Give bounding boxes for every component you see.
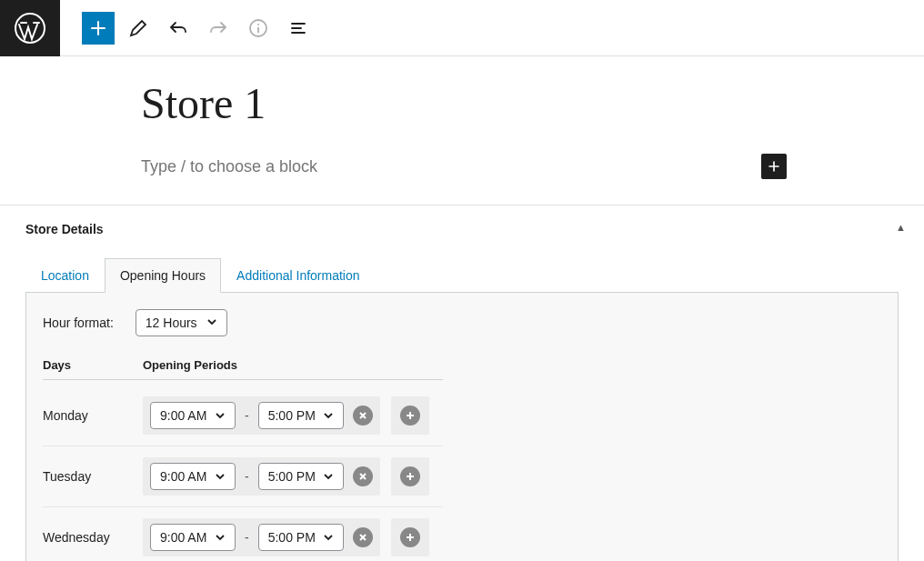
opening-hours-panel: Hour format: 12 Hours Days Opening Perio… (25, 293, 899, 561)
close-icon (357, 471, 368, 482)
chevron-down-icon (215, 471, 226, 482)
close-time-value: 5:00 PM (268, 408, 316, 423)
section-title: Store Details (25, 222, 899, 236)
period-group: 9:00 AM - 5:00 PM (143, 396, 380, 435)
collapse-toggle[interactable]: ▲ (896, 222, 906, 233)
svg-point-2 (257, 24, 259, 25)
day-row-wednesday: Wednesday 9:00 AM - 5:00 PM (43, 507, 443, 561)
period-group: 9:00 AM - 5:00 PM (143, 518, 380, 556)
remove-period-button[interactable] (353, 527, 373, 547)
open-time-select[interactable]: 9:00 AM (150, 402, 236, 429)
open-time-value: 9:00 AM (160, 530, 206, 545)
day-label: Tuesday (43, 469, 143, 484)
time-separator: - (245, 408, 249, 423)
undo-icon (167, 17, 189, 39)
period-group: 9:00 AM - 5:00 PM (143, 457, 380, 496)
chevron-down-icon (323, 410, 334, 421)
block-placeholder[interactable]: Type / to choose a block (141, 157, 317, 176)
tab-opening-hours[interactable]: Opening Hours (105, 258, 221, 293)
plus-circle-icon (400, 466, 420, 486)
editor-toolbar (60, 12, 315, 45)
editor-top-bar (0, 0, 924, 56)
day-label: Wednesday (43, 530, 143, 545)
hour-format-row: Hour format: 12 Hours (43, 309, 881, 336)
page-title[interactable]: Store 1 (141, 78, 796, 128)
detail-tabs: Location Opening Hours Additional Inform… (25, 258, 899, 293)
info-icon (247, 17, 269, 39)
hour-format-label: Hour format: (43, 316, 114, 330)
open-time-select[interactable]: 9:00 AM (150, 463, 236, 490)
remove-period-button[interactable] (353, 406, 373, 426)
outline-button[interactable] (282, 12, 315, 45)
remove-period-button[interactable] (353, 466, 373, 486)
column-periods: Opening Periods (143, 358, 237, 372)
store-details-section: Store Details ▲ Location Opening Hours A… (0, 205, 924, 561)
chevron-down-icon (215, 532, 226, 543)
add-period-button[interactable] (391, 396, 429, 435)
editor-canvas: Store 1 Type / to choose a block (0, 56, 924, 179)
close-time-value: 5:00 PM (268, 530, 316, 545)
undo-button[interactable] (162, 12, 195, 45)
open-time-value: 9:00 AM (160, 408, 206, 423)
info-button (242, 12, 275, 45)
wordpress-logo[interactable] (0, 0, 60, 56)
tab-location[interactable]: Location (25, 258, 105, 293)
plus-circle-icon (400, 527, 420, 547)
close-time-select[interactable]: 5:00 PM (258, 463, 344, 490)
close-time-select[interactable]: 5:00 PM (258, 402, 344, 429)
pencil-icon (127, 17, 149, 39)
hours-table-header: Days Opening Periods (43, 358, 443, 380)
plus-circle-icon (400, 406, 420, 426)
close-icon (357, 410, 368, 421)
open-time-value: 9:00 AM (160, 469, 206, 484)
close-time-value: 5:00 PM (268, 469, 316, 484)
hour-format-value: 12 Hours (146, 316, 197, 330)
day-row-tuesday: Tuesday 9:00 AM - 5:00 PM (43, 446, 443, 507)
hours-table: Days Opening Periods Monday 9:00 AM - 5:… (43, 358, 443, 561)
hour-format-select[interactable]: 12 Hours (136, 309, 227, 336)
time-separator: - (245, 469, 249, 484)
chevron-down-icon (215, 410, 226, 421)
chevron-down-icon (206, 316, 217, 330)
inline-add-block-button[interactable] (761, 154, 787, 179)
chevron-down-icon (323, 471, 334, 482)
column-days: Days (43, 358, 143, 372)
outline-icon (287, 17, 309, 39)
edit-mode-button[interactable] (122, 12, 155, 45)
add-block-button[interactable] (82, 12, 115, 45)
tab-additional-info[interactable]: Additional Information (221, 258, 375, 293)
add-period-button[interactable] (391, 457, 429, 496)
plus-icon (765, 157, 783, 175)
block-inserter-row: Type / to choose a block (141, 154, 787, 179)
chevron-down-icon (323, 532, 334, 543)
wordpress-icon (14, 12, 46, 45)
redo-icon (207, 17, 229, 39)
close-time-select[interactable]: 5:00 PM (258, 524, 344, 551)
plus-icon (87, 17, 109, 39)
time-separator: - (245, 530, 249, 545)
add-period-button[interactable] (391, 518, 429, 556)
open-time-select[interactable]: 9:00 AM (150, 524, 236, 551)
day-label: Monday (43, 408, 143, 423)
close-icon (357, 532, 368, 543)
redo-button (202, 12, 235, 45)
day-row-monday: Monday 9:00 AM - 5:00 PM (43, 386, 443, 446)
